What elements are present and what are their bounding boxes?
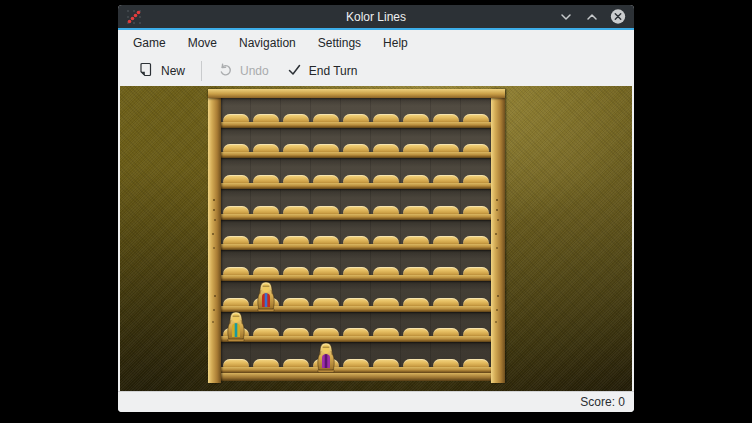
menubar: Game Move Navigation Settings Help xyxy=(118,30,634,56)
toolbar-separator xyxy=(201,61,202,81)
score-text: Score: 0 xyxy=(580,395,625,409)
close-icon[interactable] xyxy=(610,9,626,25)
titlebar[interactable]: Kolor Lines xyxy=(118,5,634,28)
undo-button[interactable]: Undo xyxy=(209,59,278,83)
shelf-row xyxy=(221,128,491,159)
menu-navigation[interactable]: Navigation xyxy=(228,30,307,56)
klines-app-icon xyxy=(126,9,142,25)
game-board-area[interactable] xyxy=(120,86,632,391)
menu-settings[interactable]: Settings xyxy=(307,30,372,56)
ball-yellow[interactable] xyxy=(223,310,249,342)
menu-help[interactable]: Help xyxy=(372,30,419,56)
shelf-bottom-beam xyxy=(221,373,491,381)
klines-window: Kolor Lines Game Move Navigation Setting… xyxy=(118,5,634,412)
ball-purple[interactable] xyxy=(313,341,339,373)
statusbar: Score: 0 xyxy=(118,391,634,412)
shelf-row xyxy=(221,342,491,373)
maximize-icon[interactable] xyxy=(584,9,600,25)
shelf-interior xyxy=(221,97,491,373)
desktop: { "window": { "title": "Kolor Lines" }, … xyxy=(0,0,752,423)
shelf-right-post xyxy=(491,89,505,383)
end-turn-label: End Turn xyxy=(309,64,358,78)
ball-red[interactable] xyxy=(253,280,279,312)
shelf-row xyxy=(221,220,491,251)
minimize-icon[interactable] xyxy=(558,9,574,25)
checkmark-icon xyxy=(287,62,302,80)
end-turn-button[interactable]: End Turn xyxy=(278,59,367,83)
toolbar: New Undo End Turn xyxy=(118,56,634,86)
shelf-row xyxy=(221,158,491,189)
shelf-top-beam xyxy=(208,89,505,98)
shelf-row xyxy=(221,250,491,281)
undo-label: Undo xyxy=(240,64,269,78)
shelf-row xyxy=(221,312,491,343)
new-game-label: New xyxy=(161,64,185,78)
new-game-button[interactable]: New xyxy=(130,59,194,83)
shelf-left-post xyxy=(208,89,221,383)
menu-game[interactable]: Game xyxy=(122,30,177,56)
shelf-row xyxy=(221,189,491,220)
undo-icon xyxy=(218,62,233,80)
menu-move[interactable]: Move xyxy=(177,30,228,56)
window-title: Kolor Lines xyxy=(118,10,634,24)
new-document-icon xyxy=(139,62,154,80)
shelf-row xyxy=(221,97,491,128)
